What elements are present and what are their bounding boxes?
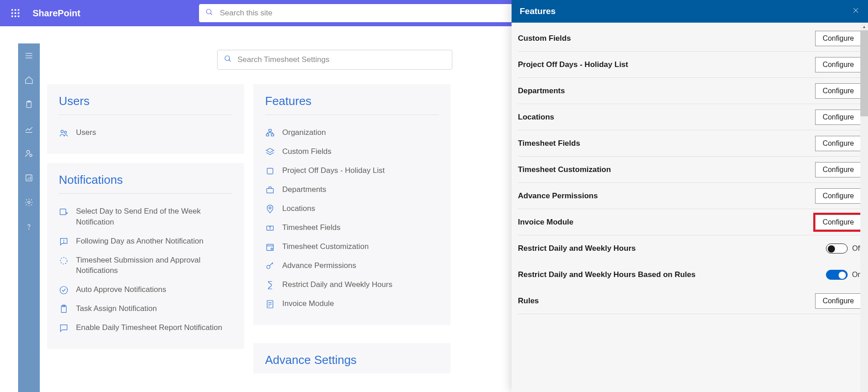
settings-search[interactable] (217, 50, 452, 70)
toggle-switch[interactable] (826, 270, 848, 280)
feature-row: LocationsConfigure (518, 104, 862, 130)
nav-chart-icon[interactable] (18, 117, 40, 141)
textbox-icon (265, 223, 275, 233)
brand-label[interactable]: SharePoint (33, 8, 81, 19)
feature-row: DepartmentsConfigure (518, 78, 862, 104)
notif-item-task-assign[interactable]: Task Assign Notification (59, 299, 232, 318)
nav-hamburger-icon[interactable] (18, 43, 40, 68)
feature-row-label: Rules (518, 296, 539, 306)
notifications-card: Notifications Select Day to Send End of … (47, 163, 244, 349)
svg-point-27 (64, 131, 66, 134)
item-label: Advance Permissions (282, 260, 356, 271)
features-card-title: Features (265, 94, 439, 115)
settings-search-input[interactable] (237, 55, 446, 64)
feat-timesheet-fields[interactable]: Timesheet Fields (265, 218, 439, 237)
feature-row: Timesheet FieldsConfigure (518, 130, 862, 157)
configure-button[interactable]: Configure (815, 83, 862, 99)
feat-departments[interactable]: Departments (265, 180, 439, 199)
svg-point-8 (18, 15, 19, 17)
nav-clipboard-icon[interactable] (18, 92, 40, 117)
nav-gear-icon[interactable] (18, 190, 40, 215)
nav-help-icon[interactable] (18, 215, 40, 239)
invoice-icon (265, 299, 275, 309)
feature-row-label: Locations (518, 113, 554, 122)
feat-locations[interactable]: Locations (265, 199, 439, 218)
search-icon (205, 8, 213, 18)
svg-point-32 (60, 287, 68, 294)
feature-row: Custom FieldsConfigure (518, 25, 862, 52)
svg-rect-40 (267, 188, 274, 193)
advance-settings-title: Advance Settings (265, 353, 439, 369)
users-item[interactable]: Users (59, 123, 232, 142)
toggle-switch[interactable] (826, 244, 848, 253)
configure-button[interactable]: Configure (815, 293, 862, 309)
check-badge-icon (59, 285, 69, 295)
svg-point-41 (269, 207, 271, 209)
item-label: Select Day to Send End of the Week Notif… (76, 206, 232, 228)
notif-item-daily-report[interactable]: Enable Daily Timesheet Report Notificati… (59, 318, 232, 337)
nav-user-settings-icon[interactable] (18, 141, 40, 166)
configure-button[interactable]: Configure (815, 31, 862, 46)
feature-row-label: Custom Fields (518, 34, 571, 43)
feat-timesheet-customization[interactable]: Timesheet Customization (265, 237, 439, 256)
configure-button[interactable]: Configure (815, 162, 862, 177)
svg-rect-39 (267, 168, 273, 174)
calendar-gear-icon (265, 242, 275, 252)
refresh-icon (59, 256, 69, 266)
svg-point-23 (29, 229, 29, 229)
close-icon[interactable] (852, 6, 860, 16)
feature-row-label: Restrict Daily and Weekly Hours (518, 244, 636, 253)
svg-point-6 (11, 15, 13, 17)
notif-item-auto-approve[interactable]: Auto Approve Notifications (59, 280, 232, 299)
scroll-thumb[interactable] (860, 30, 868, 116)
feat-restrict-hours[interactable]: Restrict Daily and Weekly Hours (265, 275, 439, 294)
chat-icon (59, 323, 69, 333)
layers-icon (265, 147, 275, 157)
app-launcher-icon[interactable] (5, 2, 26, 24)
notif-item-end-of-week[interactable]: Select Day to Send End of the Week Notif… (59, 202, 232, 232)
configure-button[interactable]: Configure (815, 57, 862, 72)
feature-row: Restrict Daily and Weekly HoursOff (518, 235, 862, 262)
feature-row: Project Off Days - Holiday ListConfigure (518, 52, 862, 78)
people-icon (59, 128, 69, 138)
configure-button[interactable]: Configure (815, 136, 862, 151)
item-label: Following Day as Another Notification (76, 236, 204, 247)
nav-report-icon[interactable] (18, 166, 40, 190)
svg-rect-36 (266, 134, 269, 136)
svg-point-0 (11, 9, 13, 11)
configure-button[interactable]: Configure (815, 188, 862, 204)
item-label: Timesheet Fields (282, 222, 341, 233)
notif-item-submission-approval[interactable]: Timesheet Submission and Approval Notifi… (59, 251, 232, 281)
search-icon (224, 55, 232, 65)
svg-point-24 (225, 56, 230, 61)
item-label: Invoice Module (282, 298, 334, 309)
svg-point-4 (14, 12, 16, 14)
feature-row-label: Departments (518, 86, 565, 96)
features-panel-body[interactable]: Custom FieldsConfigureProject Off Days -… (512, 23, 868, 392)
feat-custom-fields[interactable]: Custom Fields (265, 142, 439, 161)
feature-row-label: Project Off Days - Holiday List (518, 60, 628, 69)
feat-holiday-list[interactable]: Project Off Days - Holiday List (265, 161, 439, 180)
hourglass-icon (265, 280, 275, 290)
svg-point-30 (64, 242, 64, 243)
calendar-send-icon (59, 207, 69, 217)
site-search[interactable] (199, 4, 516, 22)
key-icon (265, 261, 275, 271)
site-search-input[interactable] (220, 9, 509, 18)
svg-point-1 (14, 9, 16, 11)
users-card: Users Users (47, 84, 244, 154)
scroll-up-arrow-icon[interactable]: ▴ (860, 23, 868, 30)
feat-organization[interactable]: Organization (265, 123, 439, 142)
nav-home-icon[interactable] (18, 68, 40, 92)
svg-point-16 (27, 150, 30, 153)
configure-button[interactable]: Configure (815, 110, 862, 125)
configure-button[interactable]: Configure (815, 215, 862, 230)
feature-row-label: Invoice Module (518, 218, 574, 227)
page-scrollbar[interactable]: ▴ (860, 23, 868, 392)
feat-advance-permissions[interactable]: Advance Permissions (265, 256, 439, 275)
item-label: Restrict Daily and Weekly Hours (282, 279, 392, 290)
svg-line-25 (229, 60, 231, 62)
notif-item-following-day[interactable]: Following Day as Another Notification (59, 232, 232, 251)
feature-row: Timesheet CustomizationConfigure (518, 157, 862, 183)
feat-invoice-module[interactable]: Invoice Module (265, 294, 439, 313)
